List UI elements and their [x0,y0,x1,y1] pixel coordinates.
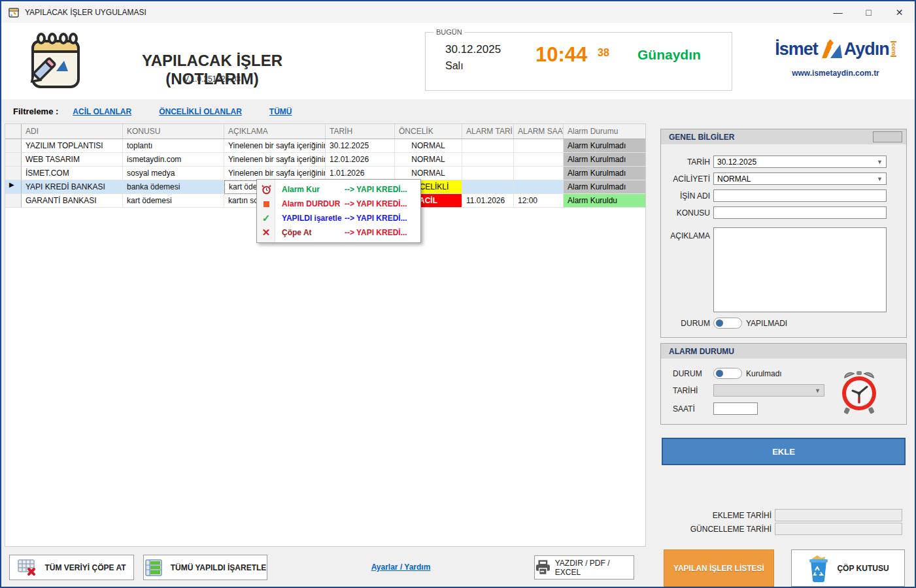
alarm-durum-value: Kurulmadı [746,369,782,378]
durum-label: DURUM [661,319,710,328]
cell-aciklama: Yinelenen bir sayfa içeriğinin ... [224,167,326,180]
cell-adi: İSMET.COM [22,167,123,180]
menu-item-target: --> YAPI KREDİ... [345,185,407,194]
cell-alarm-durumu: Alarm Kurulmadı [564,167,645,180]
cell-alarm-saati [514,139,564,153]
menu-item-label: Alarm DURDUR [282,199,345,208]
table-header-row: ADI KONUSU AÇIKLAMA TARİH ÖNCELİK ALARM … [5,124,645,139]
column-header-oncelik[interactable]: ÖNCELİK [395,124,462,139]
trash-bin-button[interactable]: ÇÖP KUTUSU [791,549,905,587]
context-menu-item[interactable]: ✓ YAPILDI işaretle --> YAPI KREDİ... [257,211,420,225]
column-header-tarih[interactable]: TARİH [326,124,395,139]
stop-square-icon [257,201,275,207]
today-groupbox: BUGÜN 30.12.2025 Salı 10:44 38 Günaydın [425,32,732,91]
cell-tarih: 30.12.2025 [326,139,395,153]
header: YAPILACAK İŞLER (NOTLARIM) V.1.0.251226.… [1,23,915,99]
row-selector-cell[interactable] [5,139,22,153]
delete-all-button[interactable]: TÜM VERİYİ ÇÖPE AT [9,555,134,580]
settings-help-link[interactable]: Ayarlar / Yardım [328,563,473,572]
footer-bar: TÜM VERİYİ ÇÖPE AT TÜMÜ YAPILDI İŞARETLE… [1,547,915,588]
cell-tarih: 1.01.2026 [326,167,395,180]
table-row[interactable]: İSMET.COM sosyal medya Yinelenen bir say… [5,167,645,180]
column-header-alarm-tarihi[interactable]: ALARM TARİ... [462,124,514,139]
context-menu-item[interactable]: ✕ Çöpe At --> YAPI KREDİ... [257,225,420,240]
cell-konusu: kart ödemesi [123,194,224,208]
konusu-input[interactable] [713,206,887,219]
row-selector-cell[interactable]: ▶ [5,180,22,194]
ekleme-tarihi-label: EKLEME TARİHİ [664,511,772,520]
column-header-alarm-durumu[interactable]: Alarm Durumu [564,124,645,139]
check-mark-icon: ✓ [257,212,275,224]
filter-link[interactable]: TÜMÜ [269,107,292,116]
row-selector-cell[interactable] [5,194,22,208]
alarm-saati-input[interactable] [713,402,758,415]
table-delete-icon [17,559,38,577]
table-row[interactable]: WEB TASARIM ismetaydin.com Yinelenen bir… [5,153,645,167]
cell-oncelik: NORMAL [395,167,462,180]
chevron-down-icon: ▼ [877,176,883,182]
brand-logo: İsmet Aydın com www.ismetaydin.com.tr [760,39,911,78]
row-selector-cell[interactable] [5,153,22,167]
alarm-durum-label: DURUM [661,369,710,378]
cell-alarm-durumu: Alarm Kurulmadı [564,139,645,153]
cell-aciklama: Yinelenen bir sayfa içeriğinin ... [224,153,326,167]
minimize-button[interactable]: — [823,1,853,23]
cell-alarm-tarihi [462,139,514,153]
cell-konusu: banka ödemesi [123,180,224,194]
column-header-alarm-saati[interactable]: ALARM SAATİ [514,124,564,139]
column-header-adi[interactable]: ADI [22,124,123,139]
cell-alarm-tarihi [462,153,514,167]
guncelleme-tarihi-label: GÜNCELLEME TARİHİ [664,525,772,534]
isin-adi-input[interactable] [713,189,887,202]
filter-link[interactable]: ÖNCELİKLİ OLANLAR [159,107,242,116]
cell-tarih: 12.01.2026 [326,153,395,167]
column-header-konusu[interactable]: KONUSU [123,124,224,139]
alarm-durum-toggle[interactable] [713,368,742,379]
aciliyeti-dropdown[interactable]: NORMAL▼ [713,172,887,185]
context-menu: Alarm Kur --> YAPI KREDİ... Alarm DURDUR… [256,179,421,243]
app-icon [8,7,20,18]
aciklama-label: AÇIKLAMA [661,227,710,240]
column-header-aciklama[interactable]: AÇIKLAMA [224,124,326,139]
maximize-button[interactable]: □ [853,1,884,23]
ekleme-tarihi-input [775,509,902,521]
close-button[interactable]: ✕ [884,1,915,23]
brand-website-link[interactable]: www.ismetaydin.com.tr [760,69,911,78]
general-info-title: GENEL BİLGİLER [661,129,906,144]
cell-konusu: sosyal medya [123,167,224,180]
title-bar: YAPILACAK İŞLER UYGULAMASI — □ ✕ [1,1,915,23]
alarm-clock-icon [838,368,880,416]
cell-alarm-durumu: Alarm Kurulmadı [564,153,645,167]
mark-all-done-button[interactable]: TÜMÜ YAPILDI İŞARETLE [143,555,267,580]
corner-header-cell [5,124,22,139]
ekle-button[interactable]: EKLE [662,438,906,465]
cell-oncelik: NORMAL [395,139,462,153]
durum-toggle[interactable] [713,318,742,329]
konusu-label: KONUSU [661,208,710,218]
clock-time: 10:44 [535,43,587,67]
print-export-button[interactable]: YAZDIR / PDF / EXCEL [534,555,634,580]
general-info-panel: GENEL BİLGİLER TARİH 30.12.2025▼ ACİLİYE… [660,129,907,338]
cell-adi: GARANTİ BANKASI [22,194,123,208]
filter-link[interactable]: ACİL OLANLAR [73,107,131,116]
cell-alarm-durumu: Alarm Kuruldu [564,194,645,208]
filter-label: Filtreleme : [13,106,58,116]
panel-header-button[interactable] [873,131,902,142]
isin-adi-label: İŞİN ADI [661,191,710,201]
menu-item-label: YAPILDI işaretle [282,214,345,223]
delete-x-icon: ✕ [257,227,275,238]
row-selector-cell[interactable] [5,167,22,180]
tarih-dropdown[interactable]: 30.12.2025▼ [713,155,887,168]
alarm-saati-label: SAATİ [661,404,710,414]
today-legend: BUGÜN [433,28,465,36]
menu-item-target: --> YAPI KREDİ... [345,214,407,223]
cell-alarm-tarihi [462,167,514,180]
context-menu-item[interactable]: Alarm Kur --> YAPI KREDİ... [257,182,420,197]
aciklama-textarea[interactable] [713,227,887,312]
cell-oncelik: NORMAL [395,153,462,167]
context-menu-item[interactable]: Alarm DURDUR --> YAPI KREDİ... [257,197,420,211]
done-list-button[interactable]: YAPILAN İŞLER LİSTESİ [664,549,774,587]
recycle-bin-icon [807,555,830,582]
table-row[interactable]: YAZILIM TOPLANTISI toplantı Yinelenen bi… [5,139,645,153]
table-done-icon [144,559,164,577]
